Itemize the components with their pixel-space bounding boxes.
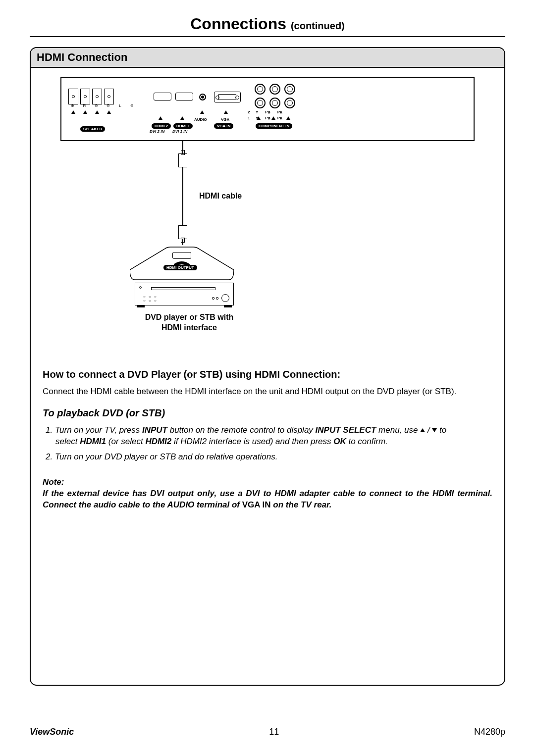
- audio-label: AUDIO: [194, 117, 207, 122]
- speaker-terminals: [68, 89, 114, 104]
- page-footer: ViewSonic 11 N4280p: [30, 727, 505, 737]
- hdmi1-tag: HDMI 1: [173, 123, 193, 129]
- hdmi2-tag: HDMI 2: [152, 123, 171, 129]
- title-main: Connections: [190, 15, 286, 33]
- note-block: Note: If the external device has DVI out…: [43, 477, 492, 511]
- step-2: 2. Turn on your DVD player or STB and do…: [46, 452, 492, 463]
- up-arrow-icon: [420, 428, 425, 432]
- vga-in-tag: VGA IN: [214, 123, 233, 129]
- port-labels: ⊕ R ⊖ ⊖ L ⊕ SPEAKER HDMI 2: [61, 112, 474, 117]
- section-header: HDMI Connection: [31, 48, 504, 68]
- component-tag: COMPONENT IN: [256, 123, 292, 129]
- connection-diagram: ⊕ R ⊖ ⊖ L ⊕ SPEAKER HDMI 2: [60, 77, 475, 354]
- playback-heading: To playback DVD (or STB): [43, 406, 492, 420]
- note-label: Note:: [43, 477, 492, 488]
- audio-jack: [199, 94, 206, 101]
- footer-brand: ViewSonic: [30, 727, 74, 737]
- step-1: 1. Turn on your TV, press INPUT button o…: [46, 425, 492, 436]
- hdmi1-port: [175, 93, 193, 101]
- howto-body: Connect the HDMI cable between the HDMI …: [43, 386, 492, 398]
- footer-page-number: 11: [269, 727, 279, 737]
- page-title: Connections (continued): [30, 15, 505, 33]
- instruction-content: How to connect a DVD Player (or STB) usi…: [31, 354, 504, 511]
- vga-port: [214, 92, 241, 102]
- hdmi-output-port: [172, 252, 191, 259]
- dvi2-label: DVI 2 IN: [150, 129, 164, 134]
- hdmi2-port: [154, 93, 171, 101]
- footer-model: N4280p: [474, 727, 505, 737]
- main-content-box: HDMI Connection: [30, 47, 505, 686]
- cable-label: HDMI cable: [199, 192, 242, 201]
- dvi1-label: DVI 1 IN: [172, 129, 187, 134]
- title-rule: [30, 36, 505, 37]
- down-arrow-icon: [432, 428, 437, 432]
- vga-label: VGA: [221, 117, 229, 122]
- howto-heading: How to connect a DVD Player (or STB) usi…: [43, 368, 492, 381]
- speaker-tag: SPEAKER: [80, 126, 106, 132]
- step-1-cont: select HDMI1 (or select HDMI2 if HDMI2 i…: [55, 436, 492, 448]
- hdmi-connector-top: [178, 153, 187, 167]
- hdmi-connector-bottom: [178, 225, 187, 239]
- device-label: DVD player or STB with HDMI interface: [135, 312, 244, 333]
- dvd-player: ○ ○ ○○ ○ ○: [135, 283, 234, 305]
- hdmi-output-tag: HDMI OUTPUT: [163, 265, 197, 270]
- title-sub: (continued): [291, 20, 345, 31]
- tv-back-panel: ⊕ R ⊖ ⊖ L ⊕ SPEAKER HDMI 2: [60, 77, 475, 141]
